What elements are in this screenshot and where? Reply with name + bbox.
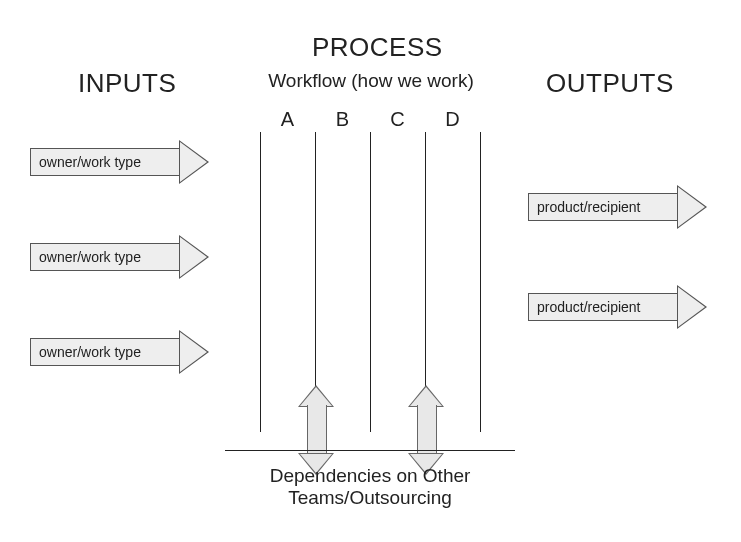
dependencies-caption: Dependencies on Other Teams/Outsourcing [240, 465, 500, 509]
process-title: PROCESS [312, 32, 443, 63]
col-label-c: C [370, 108, 425, 131]
output-label: product/recipient [528, 193, 678, 221]
arrow-right-icon [179, 140, 209, 184]
dependency-arrow-icon [298, 385, 334, 475]
col-label-b: B [315, 108, 370, 131]
workflow-subtitle: Workflow (how we work) [256, 70, 486, 92]
output-label: product/recipient [528, 293, 678, 321]
arrow-right-icon [179, 330, 209, 374]
inputs-title: INPUTS [78, 68, 176, 99]
column-divider [370, 132, 371, 432]
input-label: owner/work type [30, 243, 180, 271]
input-arrow: owner/work type [30, 235, 220, 279]
column-divider [260, 132, 261, 432]
column-divider [480, 132, 481, 432]
dependency-arrow-icon [408, 385, 444, 475]
diagram-canvas: PROCESS INPUTS OUTPUTS Workflow (how we … [0, 0, 741, 542]
col-label-d: D [425, 108, 480, 131]
column-labels: A B C D [260, 108, 480, 131]
output-arrow: product/recipient [528, 185, 718, 229]
dependency-baseline [225, 450, 515, 451]
arrow-right-icon [179, 235, 209, 279]
arrow-right-icon [677, 185, 707, 229]
arrow-right-icon [677, 285, 707, 329]
col-label-a: A [260, 108, 315, 131]
dependencies-line1: Dependencies on Other [240, 465, 500, 487]
output-arrow: product/recipient [528, 285, 718, 329]
outputs-title: OUTPUTS [546, 68, 674, 99]
dependencies-line2: Teams/Outsourcing [240, 487, 500, 509]
input-label: owner/work type [30, 338, 180, 366]
input-arrow: owner/work type [30, 140, 220, 184]
input-arrow: owner/work type [30, 330, 220, 374]
input-label: owner/work type [30, 148, 180, 176]
